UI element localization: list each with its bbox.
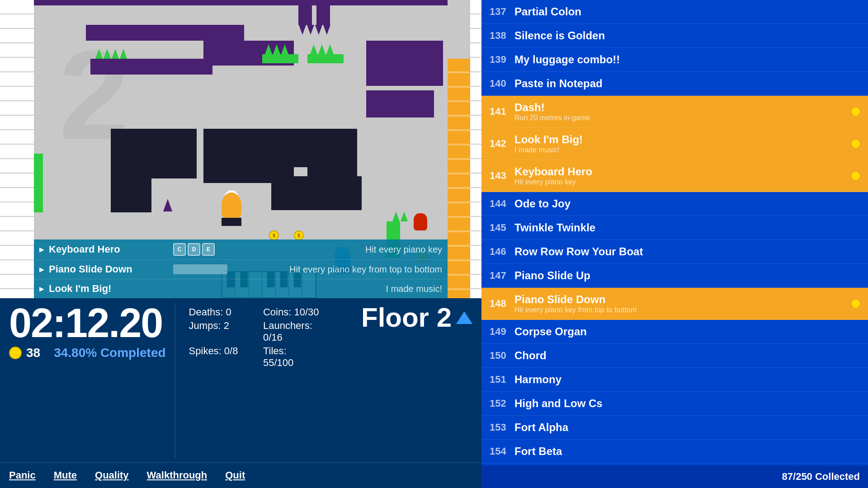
level-info: Chord: [514, 349, 860, 362]
level-info: Row Row Row Your Boat: [514, 245, 860, 258]
level-num: 141: [490, 106, 514, 117]
panic-button[interactable]: Panic: [9, 467, 45, 483]
level-badge: [852, 300, 860, 308]
level-title: Fort Beta: [514, 445, 860, 458]
level-item-143[interactable]: 143Keyboard HeroHit every piano key: [481, 160, 868, 192]
dark-platform: [271, 176, 362, 210]
level-title: Piano Slide Up: [514, 269, 860, 282]
game-canvas: 2: [0, 0, 481, 298]
level-item-140[interactable]: 140Paste in Notepad: [481, 72, 868, 96]
level-subtitle: I made music!: [514, 146, 852, 154]
level-info: Keyboard HeroHit every piano key: [514, 165, 852, 186]
key-d: D: [188, 243, 200, 256]
level-item-141[interactable]: 141Dash!Run 20 metres in-game: [481, 96, 868, 128]
level-item-151[interactable]: 151Harmony: [481, 368, 868, 392]
level-title: Piano Slide Down: [514, 293, 852, 306]
spike-group: [310, 44, 334, 54]
spike-group: [392, 211, 408, 221]
level-info: Fort Beta: [514, 445, 860, 458]
level-item-152[interactable]: 152High and Low Cs: [481, 392, 868, 416]
walkthrough-button[interactable]: Walkthrough: [138, 467, 217, 483]
level-subtitle: Hit every piano key from top to bottom: [514, 306, 852, 314]
level-item-149[interactable]: 149Corpse Organ: [481, 320, 868, 344]
level-num: 144: [490, 198, 514, 210]
level-item-137[interactable]: 137Partial Colon: [481, 0, 868, 24]
timer-display: 02:12.20: [9, 303, 166, 343]
floor-section: Floor 2: [333, 298, 481, 462]
level-title: Fort Alpha: [514, 421, 860, 434]
quality-button[interactable]: Quality: [86, 467, 138, 483]
level-info: Look I'm Big!I made music!: [514, 133, 852, 154]
platform: [34, 0, 323, 5]
level-num: 143: [490, 170, 514, 182]
level-info: My luggage combo!!: [514, 53, 860, 66]
level-title: Keyboard Hero: [514, 165, 852, 178]
stat-jumps: Jumps: 2: [189, 320, 245, 343]
quest-keys: C D E: [173, 243, 215, 256]
level-badge: [852, 140, 860, 148]
platform: [366, 90, 434, 117]
platform: [316, 0, 330, 25]
dark-platform: [111, 129, 197, 178]
level-item-144[interactable]: 144Ode to Joy: [481, 192, 868, 216]
quest-arrow: ▶: [39, 285, 44, 292]
level-item-138[interactable]: 138Silence is Golden: [481, 24, 868, 48]
red-char-body: [414, 213, 427, 230]
quest-desc: Hit every piano key: [365, 244, 442, 255]
level-item-139[interactable]: 139My luggage combo!!: [481, 48, 868, 72]
quest-desc: Hit every piano key from top to bottom: [289, 264, 442, 275]
quit-button[interactable]: Quit: [216, 467, 254, 483]
level-info: Partial Colon: [514, 5, 860, 18]
key-c: C: [173, 243, 186, 256]
level-num: 153: [490, 422, 514, 433]
mute-button[interactable]: Mute: [45, 467, 86, 483]
level-num: 139: [490, 54, 514, 66]
spike: [315, 25, 322, 35]
coin-icon-hud: [9, 347, 22, 359]
level-item-154[interactable]: 154Fort Beta: [481, 440, 868, 464]
level-title: Ode to Joy: [514, 197, 860, 210]
level-title: High and Low Cs: [514, 397, 860, 410]
stats-grid: Deaths: 0 Coins: 10/30 Jumps: 2 Launcher…: [189, 302, 320, 369]
level-badge: [852, 108, 860, 116]
completion-pct: 34.80% Completed: [54, 346, 165, 360]
player-character: [222, 192, 241, 226]
stat-spikes: Spikes: 0/8: [189, 345, 245, 369]
border-right: [470, 0, 481, 298]
quest-arrow: ▶: [39, 266, 44, 273]
floor-up-arrow: [456, 311, 472, 324]
level-item-142[interactable]: 142Look I'm Big!I made music!: [481, 128, 868, 160]
stat-launchers: Launchers: 0/16: [263, 320, 319, 343]
level-info: Corpse Organ: [514, 325, 860, 338]
level-title: Corpse Organ: [514, 325, 860, 338]
level-item-153[interactable]: 153Fort Alpha: [481, 416, 868, 440]
level-info: Silence is Golden: [514, 29, 860, 42]
stat-deaths: Deaths: 0: [189, 306, 245, 318]
spike-group: [95, 49, 127, 59]
level-info: High and Low Cs: [514, 397, 860, 410]
quest-overlay: ▶ Keyboard Hero C D E Hit every piano ke…: [34, 239, 448, 298]
level-item-150[interactable]: 150Chord: [481, 344, 868, 368]
spike: [163, 199, 172, 211]
level-num: 151: [490, 374, 514, 385]
level-item-146[interactable]: 146Row Row Row Your Boat: [481, 240, 868, 264]
spike: [273, 44, 280, 54]
coin-count-row: 38 34.80% Completed: [9, 346, 166, 360]
spike: [281, 44, 288, 54]
spike-group: [264, 44, 289, 54]
spike: [104, 49, 111, 59]
spike: [310, 44, 317, 54]
level-item-145[interactable]: 145Twinkle Twinkle: [481, 216, 868, 240]
level-title: Row Row Row Your Boat: [514, 245, 860, 258]
character-body: [222, 192, 241, 218]
level-info: Harmony: [514, 373, 860, 386]
level-item-148[interactable]: 148Piano Slide DownHit every piano key f…: [481, 288, 868, 320]
key-e: E: [202, 243, 215, 256]
spike: [95, 49, 103, 59]
level-num: 146: [490, 246, 514, 258]
coin: [294, 230, 304, 240]
level-title: Dash!: [514, 101, 852, 114]
level-info: Ode to Joy: [514, 197, 860, 210]
border-left: [0, 0, 34, 298]
level-item-147[interactable]: 147Piano Slide Up: [481, 264, 868, 288]
